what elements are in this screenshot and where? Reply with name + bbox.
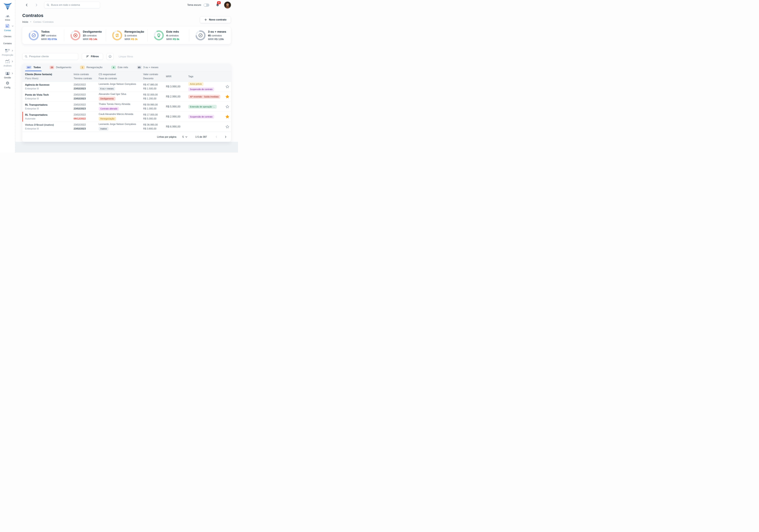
rows-per-page-value: 5	[182, 136, 184, 138]
phase-chip: Contrato alterado	[99, 107, 119, 111]
tab-todos[interactable]: 397 Todos	[25, 63, 42, 71]
stat-card-renegociacao[interactable]: $ Renegociação 1 contratos MRR R$ 2k	[106, 27, 147, 44]
sidebar-item-contatos[interactable]: Contatos	[0, 42, 15, 45]
stat-title: Renegociação	[125, 30, 144, 33]
stat-card-este-mes[interactable]: Este mês 4 contratos MRR R$ 8k	[147, 27, 189, 44]
sidebar-item-config[interactable]: ⚙ Config.	[0, 81, 15, 89]
client-name: Agência de Sucesso	[25, 83, 74, 86]
tab-este-mes[interactable]: 4 Este mês	[110, 63, 129, 71]
stat-card-3-ou-mais-meses[interactable]: 3 ou + meses 65 contratos MRR R$ 128k	[189, 27, 231, 44]
next-page-icon[interactable]	[224, 136, 227, 138]
contract-mrr: R$ 2.990,00	[166, 115, 188, 118]
person-card-icon	[5, 72, 10, 75]
cs-name: Leonardo Jorge Nelson Gonçalves	[99, 83, 142, 86]
client-search[interactable]	[22, 53, 78, 60]
progress-ring	[70, 30, 80, 40]
global-search[interactable]	[44, 2, 100, 8]
contract-stats-panel: Todos 397 contratos MRR R$ 870k Desligam…	[22, 27, 231, 44]
tab-renegociacao[interactable]: 1 Renegociação	[79, 63, 103, 71]
previous-page-icon[interactable]	[215, 136, 218, 138]
global-search-input[interactable]	[51, 4, 98, 7]
rows-per-page-label: Linhas por página	[157, 136, 176, 138]
chevron-right-icon[interactable]	[11, 60, 14, 62]
tab-count-badge: 23	[50, 65, 54, 69]
page-header: Contratos Início • Contas / Contratos No…	[22, 13, 231, 23]
table-row[interactable]: RL Transportadora Enterprise III 23/02/2…	[22, 102, 231, 112]
table-row[interactable]: RL Transportadora Automate 23/02/2022 09…	[22, 112, 231, 122]
sidebar-item-prospeccao[interactable]: Prospecção	[0, 49, 15, 56]
rows-per-page-select[interactable]: 5	[182, 136, 188, 138]
favorite-star-button[interactable]	[224, 115, 231, 119]
tab-count-badge: 4	[111, 65, 116, 69]
contract-mrr: R$ 5.990,00	[166, 105, 188, 108]
sidebar-item-label: Contas	[4, 29, 11, 32]
filters-button[interactable]: Filtros	[82, 53, 103, 60]
sync-dollar-icon: $	[115, 33, 119, 38]
contract-end-date: 23/02/2023	[74, 107, 99, 110]
search-icon	[47, 4, 50, 7]
tab-3-ou-mais-meses[interactable]: 65 3 ou + meses	[136, 63, 159, 71]
chevron-right-icon[interactable]	[11, 50, 14, 52]
chevron-down-icon[interactable]	[12, 25, 14, 27]
favorite-star-button[interactable]	[224, 95, 231, 99]
phase-chip: 6 ou + meses	[99, 87, 115, 91]
stat-mrr: MRR R$ 128k	[208, 38, 226, 41]
sidebar-item-analises[interactable]: Análises	[0, 60, 15, 67]
favorite-star-button[interactable]	[224, 105, 231, 109]
client-plan: Automate	[25, 117, 74, 120]
sidebar-item-inicio[interactable]: Início	[0, 14, 15, 21]
tab-count-badge: 65	[137, 65, 141, 69]
sidebar-item-contas[interactable]: Contas	[0, 24, 15, 32]
client-search-input[interactable]	[29, 55, 76, 58]
stat-count: 23 contratos	[83, 34, 102, 37]
star-icon	[225, 115, 229, 119]
tab-count-badge: 397	[26, 65, 32, 69]
chevron-right-icon[interactable]	[11, 72, 14, 74]
tab-desligamento[interactable]: 23 Desligamento	[49, 63, 72, 71]
progress-ring: $	[112, 30, 122, 40]
favorite-star-button[interactable]	[224, 85, 231, 89]
sidebar-item-gestao[interactable]: Gestão	[0, 72, 15, 79]
favorites-filter-button[interactable]	[106, 53, 113, 60]
plus-icon	[204, 19, 207, 21]
stat-card-desligamento[interactable]: Desligamento 23 contratos MRR R$ 14k	[64, 27, 106, 44]
gear-icon: ⚙	[6, 81, 9, 85]
table-row[interactable]: Ponto de Vista Tech Enterprise III 23/02…	[22, 92, 231, 102]
stat-mrr: MRR R$ 8k	[166, 38, 179, 41]
filter-icon	[86, 55, 89, 58]
avatar[interactable]	[224, 2, 231, 9]
stat-mrr: MRR R$ 14k	[83, 38, 102, 41]
client-name: RL Transportadora	[25, 103, 74, 106]
sidebar-item-label: Contatos	[3, 42, 12, 45]
stat-card-todos[interactable]: Todos 397 contratos MRR R$ 870k	[22, 27, 64, 44]
check-circle-icon	[31, 33, 36, 38]
back-icon[interactable]	[25, 3, 28, 7]
favorite-star-button[interactable]	[224, 125, 231, 129]
table-row[interactable]: Agência de Sucesso Enterprise III 23/02/…	[22, 82, 231, 92]
client-plan: Enterprise III	[25, 107, 74, 110]
tag: Suspensão de contrato	[188, 115, 214, 119]
sidebar: Início Contas Clientes Contatos Prospecç…	[0, 0, 15, 152]
stat-count: 397 contratos	[41, 34, 57, 37]
tab-label: Todos	[33, 66, 41, 69]
x-circle-icon	[73, 33, 78, 38]
theme-toggle[interactable]	[204, 4, 209, 7]
sidebar-item-clientes[interactable]: Clientes	[0, 35, 15, 38]
table-row[interactable]: Vinhos D'Brasil (inativo) Enterprise III…	[22, 122, 231, 132]
stat-title: Este mês	[166, 30, 179, 33]
pagination: Linhas por página 5 1-5 de 397	[22, 132, 231, 142]
contract-discount: R$ 1.200,00	[143, 97, 166, 100]
contract-end-date: 23/02/2023	[74, 127, 99, 130]
clear-filters-link[interactable]: Limpar filtros	[119, 55, 133, 58]
contract-value: R$ 36.990,00	[143, 123, 166, 126]
notifications-button[interactable]: 8	[216, 3, 220, 7]
client-name: Vinhos D'Brasil (inativo)	[25, 123, 74, 126]
topbar: Tema escuro 8	[15, 0, 238, 10]
stat-title: Todos	[41, 30, 57, 33]
contract-start-date: 23/02/2022	[74, 103, 99, 106]
new-contract-button[interactable]: Novo contrato	[200, 16, 231, 23]
star-icon	[108, 55, 112, 58]
contract-start-date: 23/02/2022	[74, 123, 99, 126]
forward-icon[interactable]	[35, 3, 38, 7]
breadcrumb-home[interactable]: Início	[22, 20, 28, 23]
